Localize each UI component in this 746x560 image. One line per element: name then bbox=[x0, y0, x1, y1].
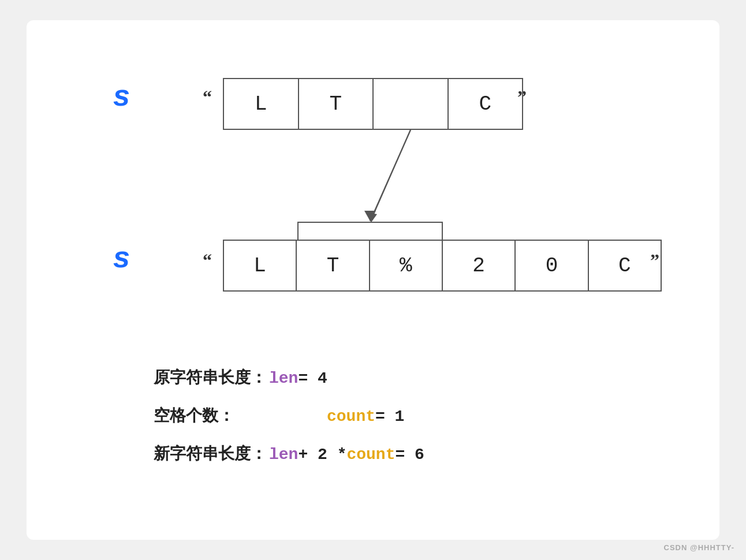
cell-bottom-2: % bbox=[370, 241, 443, 290]
diagram-area: s s “ ” L T C “ ” L T % 2 0 C bbox=[50, 43, 696, 367]
info-expr-len: len bbox=[269, 446, 298, 464]
info-row-1: 原字符串长度： len = 4 bbox=[154, 367, 424, 389]
quote-open-bottom: “ bbox=[203, 250, 212, 271]
cell-bottom-5: C bbox=[589, 241, 661, 290]
watermark: CSDN @HHHTTY- bbox=[664, 543, 734, 552]
cell-bottom-4: 0 bbox=[516, 241, 588, 290]
info-expr-end: = 6 bbox=[395, 446, 424, 464]
info-expr-count: count bbox=[346, 446, 395, 464]
info-section: 原字符串长度： len = 4 空格个数： count = 1 新字符串长度： … bbox=[154, 367, 424, 481]
cell-top-2 bbox=[374, 79, 449, 129]
cell-top-3: C bbox=[449, 79, 523, 129]
s-label-bottom: s bbox=[113, 240, 130, 274]
array-bottom: L T % 2 0 C bbox=[223, 240, 662, 292]
info-var-count: count bbox=[327, 408, 375, 425]
svg-marker-1 bbox=[364, 211, 376, 221]
info-label-2: 空格个数： bbox=[154, 405, 269, 427]
s-label-top: s bbox=[113, 78, 130, 113]
cell-bottom-1: T bbox=[297, 241, 370, 290]
info-label-3: 新字符串长度： bbox=[154, 443, 269, 465]
info-row-3: 新字符串长度： len + 2 * count = 6 bbox=[154, 443, 424, 465]
main-card: s s “ ” L T C “ ” L T % 2 0 C bbox=[27, 20, 719, 540]
cell-bottom-3: 2 bbox=[443, 241, 516, 290]
cell-bottom-0: L bbox=[224, 241, 297, 290]
info-row-2: 空格个数： count = 1 bbox=[154, 405, 424, 427]
array-top: L T C bbox=[223, 78, 523, 130]
svg-marker-3 bbox=[365, 212, 377, 222]
info-expr-plus: + 2 * bbox=[298, 446, 346, 464]
svg-line-2 bbox=[371, 130, 411, 219]
quote-open-top: “ bbox=[203, 87, 212, 108]
svg-line-0 bbox=[370, 130, 411, 221]
info-rest-1: = 4 bbox=[298, 369, 327, 387]
info-rest-2: = 1 bbox=[375, 408, 404, 425]
info-label-1: 原字符串长度： bbox=[154, 367, 269, 389]
cell-top-1: T bbox=[299, 79, 374, 129]
info-var-len-1: len bbox=[269, 369, 298, 387]
cell-top-0: L bbox=[224, 79, 299, 129]
